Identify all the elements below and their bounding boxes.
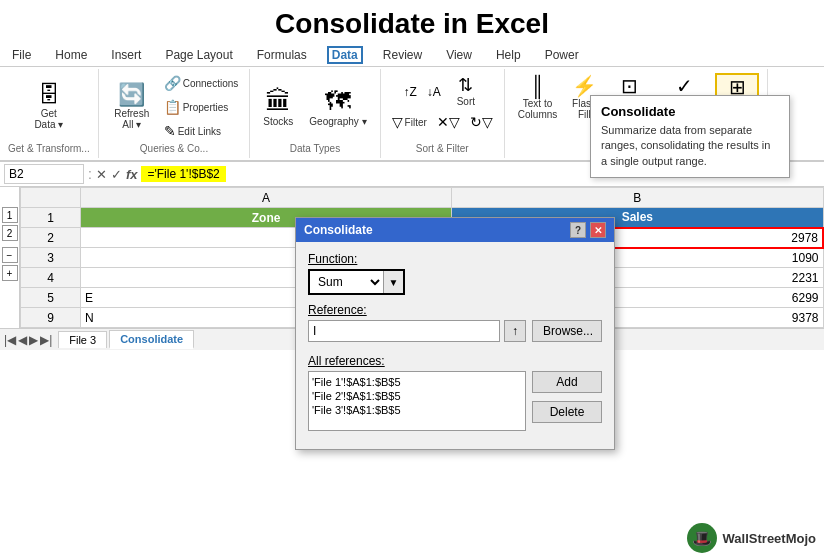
all-references-row: All references: 'File 1'!$A$1:$B$5 'File… <box>308 354 602 431</box>
text-columns-icon: ║ <box>530 76 544 96</box>
menu-view[interactable]: View <box>442 46 476 64</box>
menu-power[interactable]: Power <box>541 46 583 64</box>
ribbon-group-get-transform: 🗄 GetData ▾ Get & Transform... <box>0 69 99 158</box>
row-num-2: 2 <box>21 228 81 248</box>
stocks-icon: 🏛 <box>265 88 291 114</box>
all-references-list[interactable]: 'File 1'!$A$1:$B$5 'File 2'!$A$1:$B$5 'F… <box>308 371 526 431</box>
clear-filter-icon: ✕▽ <box>437 114 460 130</box>
reference-item-2[interactable]: 'File 2'!$A$1:$B$5 <box>312 389 522 403</box>
plus-button[interactable]: + <box>2 265 18 281</box>
reference-item-1[interactable]: 'File 1'!$A$1:$B$5 <box>312 375 522 389</box>
data-validation-icon: ✓ <box>676 76 693 96</box>
left-row-controls: 1 2 − + <box>0 187 20 328</box>
menu-page-layout[interactable]: Page Layout <box>161 46 236 64</box>
connections-button[interactable]: 🔗 Connections <box>161 73 242 93</box>
dialog-close-button[interactable]: ✕ <box>590 222 606 238</box>
main-area: 1 2 − + A B 1 Zone Sales <box>0 187 824 328</box>
menu-formulas[interactable]: Formulas <box>253 46 311 64</box>
queries-label: Queries & Co... <box>140 143 208 154</box>
expand-2-button[interactable]: 2 <box>2 225 18 241</box>
row-num-1: 1 <box>21 208 81 228</box>
ribbon-group-queries: 🔄 RefreshAll ▾ 🔗 Connections 📋 Propertie… <box>99 69 251 158</box>
menu-insert[interactable]: Insert <box>107 46 145 64</box>
properties-button[interactable]: 📋 Properties <box>161 97 242 117</box>
sheet-nav-first[interactable]: |◀ <box>4 333 16 347</box>
sheet-tab-consolidate[interactable]: Consolidate <box>109 330 194 349</box>
sort-az-button[interactable]: ↑Z <box>401 83 420 101</box>
ribbon-group-data-types: 🏛 Stocks 🗺 Geography ▾ Data Types <box>250 69 380 158</box>
get-data-icon: 🗄 <box>38 84 60 106</box>
dialog-help-button[interactable]: ? <box>570 222 586 238</box>
text-to-columns-button[interactable]: ║ Text toColumns <box>513 73 562 123</box>
reference-row: Reference: ↑ Browse... <box>308 303 602 346</box>
minus-button[interactable]: − <box>2 247 18 263</box>
ribbon-group-sort-filter: ↑Z ↓A ⇅ Sort ▽ Filter ✕▽ ↻ <box>381 69 505 158</box>
formula-value: ='File 1'!$B$2 <box>141 166 225 182</box>
row-num-9: 9 <box>21 308 81 328</box>
browse-button[interactable]: Browse... <box>532 320 602 342</box>
menu-data[interactable]: Data <box>327 46 363 64</box>
sort-icon: ⇅ <box>458 76 473 94</box>
menu-help[interactable]: Help <box>492 46 525 64</box>
get-data-button[interactable]: 🗄 GetData ▾ <box>29 81 68 133</box>
consolidate-tooltip: Consolidate Summarize data from separate… <box>590 95 790 178</box>
geography-label: Geography ▾ <box>309 116 366 127</box>
dialog-title: Consolidate <box>304 223 373 237</box>
remove-dupes-icon: ⊡ <box>621 76 638 96</box>
reapply-icon: ↻▽ <box>470 114 493 130</box>
reapply-button[interactable]: ↻▽ <box>467 112 496 132</box>
function-select[interactable]: Sum Count Average Max Min <box>310 271 383 293</box>
filter-icon: ▽ <box>392 114 403 130</box>
reference-label: Reference: <box>308 303 602 317</box>
consolidate-icon: ⊞ <box>729 77 746 97</box>
formula-bar-separator: : <box>88 166 92 182</box>
sheet-nav-next[interactable]: ▶ <box>29 333 38 347</box>
clear-filter-button[interactable]: ✕▽ <box>434 112 463 132</box>
edit-links-button[interactable]: ✎ Edit Links <box>161 121 242 141</box>
stocks-label: Stocks <box>263 116 293 127</box>
menu-bar: File Home Insert Page Layout Formulas Da… <box>0 44 824 67</box>
col-header-a: A <box>81 188 452 208</box>
consolidate-dialog: Consolidate ? ✕ Function: Sum Count Aver… <box>295 217 615 450</box>
stocks-button[interactable]: 🏛 Stocks <box>258 85 298 130</box>
get-transform-label: Get & Transform... <box>8 143 90 154</box>
row-num-3: 3 <box>21 248 81 268</box>
sort-button[interactable]: ⇅ Sort <box>448 73 484 110</box>
wsm-icon: 🎩 <box>687 523 717 553</box>
refresh-all-label: RefreshAll ▾ <box>114 108 149 130</box>
data-types-label: Data Types <box>290 143 340 154</box>
edit-links-icon: ✎ <box>164 123 176 139</box>
geography-button[interactable]: 🗺 Geography ▾ <box>304 85 371 130</box>
filter-button[interactable]: ▽ Filter <box>389 112 430 132</box>
expand-1-button[interactable]: 1 <box>2 207 18 223</box>
refresh-all-icon: 🔄 <box>118 84 145 106</box>
sort-label: Sort <box>457 96 475 107</box>
delete-button[interactable]: Delete <box>532 401 602 423</box>
function-dropdown-arrow[interactable]: ▼ <box>383 271 403 293</box>
row-num-4: 4 <box>21 268 81 288</box>
reference-item-3[interactable]: 'File 3'!$A$1:$B$5 <box>312 403 522 417</box>
function-select-wrapper: Sum Count Average Max Min ▼ <box>308 269 405 295</box>
sheet-tab-file3[interactable]: File 3 <box>58 331 107 348</box>
add-button[interactable]: Add <box>532 371 602 393</box>
connections-icon: 🔗 <box>164 75 181 91</box>
sort-az-icon: ↑Z <box>404 85 417 99</box>
sort-za-button[interactable]: ↓A <box>424 83 444 101</box>
cancel-formula-icon[interactable]: ✕ <box>96 167 107 182</box>
insert-function-icon[interactable]: fx <box>126 167 138 182</box>
sheet-nav-prev[interactable]: ◀ <box>18 333 27 347</box>
confirm-formula-icon[interactable]: ✓ <box>111 167 122 182</box>
name-box[interactable] <box>4 164 84 184</box>
menu-home[interactable]: Home <box>51 46 91 64</box>
sheet-nav-last[interactable]: ▶| <box>40 333 52 347</box>
refresh-all-button[interactable]: 🔄 RefreshAll ▾ <box>107 81 157 133</box>
function-label: Function: <box>308 252 602 266</box>
sort-filter-label: Sort & Filter <box>416 143 469 154</box>
menu-file[interactable]: File <box>8 46 35 64</box>
function-row: Function: Sum Count Average Max Min ▼ <box>308 252 602 295</box>
menu-review[interactable]: Review <box>379 46 426 64</box>
col-header-b: B <box>452 188 823 208</box>
tooltip-description: Summarize data from separate ranges, con… <box>601 123 779 169</box>
reference-collapse-button[interactable]: ↑ <box>504 320 526 342</box>
reference-input[interactable] <box>308 320 500 342</box>
